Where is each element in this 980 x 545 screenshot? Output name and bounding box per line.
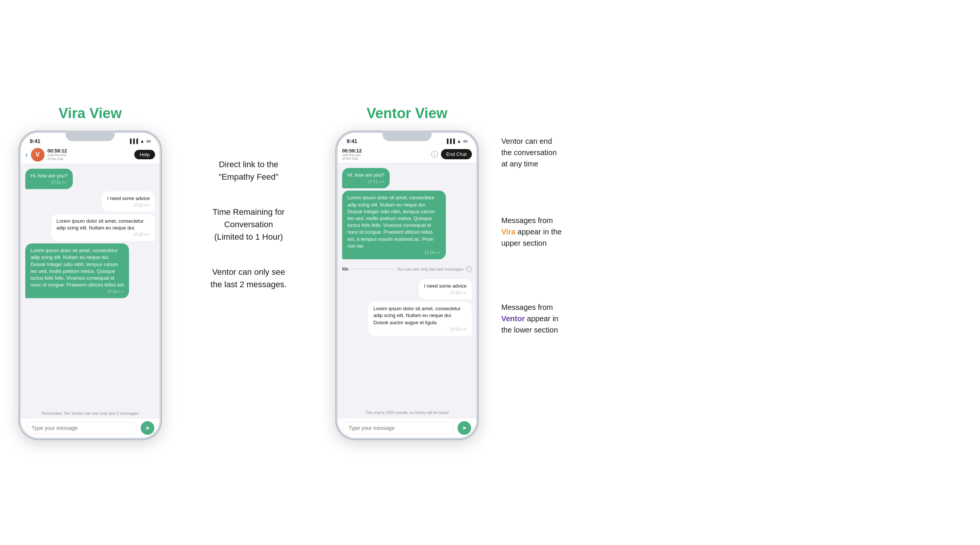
message-bubble: Lorem ipsum dolor sit amet, consectetur … (342, 191, 446, 259)
direct-link-annotation: Direct link to the "Empathy Feed" (196, 158, 301, 183)
timer-display: 00:59:12 (48, 148, 67, 154)
timer-area: 00:59:12 until the end of the chat (48, 148, 132, 161)
messages-ventor-annotation: Messages from Ventor appear inthe lower … (501, 301, 622, 336)
phone-notch (382, 131, 431, 141)
message-bubble: I need some advice 17:12 ✓✓ (419, 279, 472, 299)
chat-header: ‹ V 00:59:12 until the end of the chat H… (21, 146, 159, 164)
input-bar: ➤ (21, 418, 159, 438)
message-bubble: Lorem ipsum dolor sit amet, consectetur … (25, 244, 129, 298)
timer-label: until the end of the chat (342, 154, 361, 161)
vira-phone-inner: 9:41 ▐▐▐ ▲ ▭ ‹ V 00:59:12 until the end (21, 133, 159, 438)
page-container: Vira View 9:41 ▐▐▐ ▲ ▭ ‹ V (19, 105, 961, 440)
signal-icon: ▐▐▐ (129, 139, 138, 144)
vira-name: Vira (59, 105, 85, 121)
wifi-icon: ▲ (140, 139, 145, 144)
check-icon: ✓✓ (461, 290, 467, 295)
section-divider: Me You can see only two last messages i (337, 264, 476, 274)
ventor-upper-messages: Hi, how are you? 17:11 ✓✓ Lorem ipsum do… (337, 163, 476, 264)
middle-annotations: Direct link to the "Empathy Feed" Time R… (185, 105, 313, 291)
divider-info: You can see only two last messages (397, 267, 464, 271)
end-chat-button[interactable]: End Chat (441, 149, 472, 159)
right-annotations: Ventor can end the conversation at any t… (501, 105, 622, 336)
message-bubble: Hi, how are you? 17:11 ✓✓ (342, 168, 390, 188)
check-icon: ✓✓ (434, 250, 441, 255)
ventor-lower-messages: I need some advice 17:12 ✓✓ Lorem ipsum … (337, 274, 476, 409)
ventor-section: Ventor View 9:41 ▐▐▐ ▲ ▭ 00:59:12 (335, 105, 479, 440)
check-icon: ✓✓ (144, 203, 150, 208)
status-icons: ▐▐▐ ▲ ▭ (445, 139, 468, 144)
message-bubble: Hi, how are you? 17:11 ✓✓ (25, 169, 73, 189)
divider-line (351, 269, 395, 269)
vira-title: Vira View (59, 105, 122, 121)
divider-label: Me (342, 266, 348, 272)
vira-messages-area: Hi, how are you? 17:11 ✓✓ I need some ad… (21, 164, 159, 409)
status-icons: ▐▐▐ ▲ ▭ (129, 139, 151, 144)
timer-label: until the end of the chat (48, 154, 66, 161)
status-time: 9:41 (347, 138, 357, 144)
divider-info-icon[interactable]: i (466, 266, 472, 272)
privacy-notice: This chat is 100% private, no history wi… (337, 409, 476, 418)
avatar: V (31, 148, 45, 161)
message-input[interactable] (26, 422, 137, 434)
vira-section: Vira View 9:41 ▐▐▐ ▲ ▭ ‹ V (19, 105, 162, 440)
battery-icon: ▭ (146, 139, 151, 144)
check-icon: ✓✓ (379, 179, 384, 185)
send-button[interactable]: ➤ (458, 421, 471, 435)
back-arrow-icon[interactable]: ‹ (25, 150, 28, 159)
message-input[interactable] (343, 422, 454, 434)
wifi-icon: ▲ (457, 139, 461, 144)
check-icon: ✓✓ (118, 289, 124, 295)
info-icon[interactable]: i (431, 151, 438, 158)
time-remaining-annotation: Time Remaining for Conversation (Limited… (196, 206, 301, 243)
chat-header: 00:59:12 until the end of the chat i End… (337, 146, 476, 164)
battery-icon: ▭ (463, 139, 468, 144)
message-bubble: Lorem ipsum dolor sit amet, consectetur … (368, 301, 472, 336)
send-button[interactable]: ➤ (141, 421, 154, 435)
input-bar: ➤ (337, 418, 476, 438)
phone-notch (66, 131, 115, 141)
ventor-end-annotation: Ventor can end the conversation at any t… (501, 135, 622, 169)
check-icon: ✓✓ (62, 180, 67, 185)
message-bubble: I need some advice 17:12 ✓✓ (102, 191, 155, 212)
ventor-sees-annotation: Ventor can only see the last 2 messages. (196, 266, 301, 291)
signal-icon: ▐▐▐ (445, 139, 455, 144)
help-button[interactable]: Help (134, 150, 155, 159)
timer-display: 00:59:12 (342, 148, 362, 154)
ventor-name: Ventor (367, 105, 411, 121)
check-icon: ✓✓ (461, 327, 467, 332)
messages-vira-annotation: Messages from Vira appear in theupper se… (501, 215, 622, 249)
status-time: 9:41 (30, 138, 40, 144)
ventor-phone-frame: 9:41 ▐▐▐ ▲ ▭ 00:59:12 until the end of t… (335, 131, 479, 440)
timer-area: 00:59:12 until the end of the chat (342, 148, 428, 161)
message-bubble: Lorem ipsum dolor sit amet, consectetur … (51, 214, 155, 241)
ventor-phone-inner: 9:41 ▐▐▐ ▲ ▭ 00:59:12 until the end of t… (337, 133, 476, 438)
check-icon: ✓✓ (144, 232, 150, 237)
chat-reminder: Remember, the Ventor can see only last 2… (21, 409, 159, 418)
vira-phone-frame: 9:41 ▐▐▐ ▲ ▭ ‹ V 00:59:12 until the end (19, 131, 162, 440)
ventor-title: Ventor View (367, 105, 448, 121)
